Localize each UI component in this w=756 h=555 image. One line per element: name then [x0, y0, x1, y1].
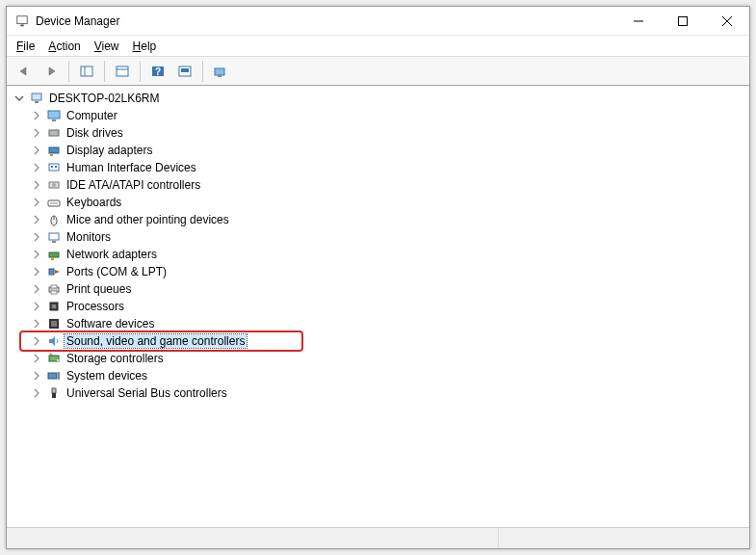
chevron-right-icon[interactable]	[30, 109, 43, 122]
tree-item-label: Universal Serial Bus controllers	[65, 386, 229, 400]
tree-item-label: Sound, video and game controllers	[65, 334, 247, 348]
tree-item-label: Print queues	[65, 282, 133, 296]
svg-rect-18	[48, 111, 60, 119]
toolbar-separator	[104, 61, 105, 82]
maximize-button[interactable]	[661, 7, 705, 35]
keyboard-icon	[46, 195, 62, 210]
svg-rect-35	[49, 252, 59, 257]
tree-item-monitor-device[interactable]: Monitors	[30, 228, 743, 246]
tree-item-label: Ports (COM & LPT)	[65, 265, 169, 278]
tree-item-display-adapter[interactable]: Display adapters	[30, 142, 743, 159]
chevron-right-icon[interactable]	[30, 369, 43, 383]
scan-hardware-button[interactable]	[173, 60, 196, 83]
forward-button[interactable]	[39, 60, 63, 83]
menu-action[interactable]: Action	[42, 38, 86, 55]
chevron-right-icon[interactable]	[30, 144, 43, 157]
tree-item-label: Human Interface Devices	[65, 161, 198, 174]
chevron-right-icon[interactable]	[30, 334, 43, 348]
app-icon	[14, 13, 30, 29]
chevron-right-icon[interactable]	[30, 248, 43, 261]
chevron-right-icon[interactable]	[30, 126, 43, 140]
back-button[interactable]	[13, 60, 36, 83]
printer-icon	[46, 281, 62, 297]
chevron-right-icon[interactable]	[30, 300, 43, 313]
tree-item-label: Mice and other pointing devices	[65, 213, 231, 226]
tree-item-label: Processors	[65, 300, 126, 313]
chevron-right-icon[interactable]	[30, 161, 43, 174]
tree-item-printer[interactable]: Print queues	[30, 280, 743, 298]
storage-icon	[46, 351, 62, 366]
chevron-right-icon[interactable]	[30, 178, 43, 192]
svg-rect-15	[218, 75, 222, 77]
tree-root[interactable]: DESKTOP-02LK6RM	[13, 90, 743, 107]
svg-rect-23	[50, 154, 53, 156]
port-icon	[46, 264, 62, 279]
tree-item-software[interactable]: Software devices	[30, 315, 743, 332]
close-button[interactable]	[705, 7, 749, 35]
tree-item-disk[interactable]: Disk drives	[30, 124, 743, 142]
svg-rect-26	[55, 166, 57, 168]
svg-rect-42	[52, 304, 56, 308]
menu-help[interactable]: Help	[127, 38, 163, 55]
window-title: Device Manager	[36, 14, 119, 28]
device-tree[interactable]: DESKTOP-02LK6RM ComputerDisk drivesDispl…	[7, 86, 749, 527]
tree-item-keyboard[interactable]: Keyboards	[30, 194, 743, 211]
sound-icon	[46, 333, 62, 349]
tree-item-usb[interactable]: Universal Serial Bus controllers	[30, 384, 743, 402]
svg-point-21	[57, 132, 59, 134]
usb-icon	[46, 385, 62, 401]
tree-item-port[interactable]: Ports (COM & LPT)	[30, 263, 743, 280]
display-adapter-icon	[46, 143, 62, 158]
svg-rect-47	[48, 373, 57, 379]
computer-icon	[29, 91, 44, 106]
tree-item-label: Keyboards	[65, 196, 123, 209]
svg-rect-50	[52, 393, 56, 398]
show-hidden-devices-button[interactable]	[209, 60, 232, 83]
tree-item-label: Software devices	[65, 317, 156, 330]
svg-rect-19	[52, 119, 56, 121]
svg-rect-6	[81, 66, 92, 76]
tree-item-hid[interactable]: Human Interface Devices	[30, 159, 743, 176]
show-hide-console-tree-button[interactable]	[75, 60, 98, 83]
properties-button[interactable]	[111, 60, 134, 83]
tree-item-mouse[interactable]: Mice and other pointing devices	[30, 211, 743, 228]
tree-item-network[interactable]: Network adapters	[30, 246, 743, 263]
svg-rect-39	[51, 285, 57, 288]
svg-rect-33	[49, 233, 59, 240]
help-button[interactable]: ?	[146, 60, 169, 83]
svg-rect-1	[20, 24, 24, 26]
svg-rect-37	[49, 269, 54, 275]
cpu-icon	[46, 299, 62, 314]
svg-rect-3	[679, 16, 688, 25]
monitor-device-icon	[46, 229, 62, 245]
svg-rect-44	[51, 321, 57, 327]
toolbar-separator	[202, 61, 203, 82]
tree-item-sound[interactable]: Sound, video and game controllers	[30, 332, 743, 350]
chevron-right-icon[interactable]	[30, 213, 43, 226]
menu-view[interactable]: View	[89, 38, 125, 55]
device-manager-window: Device Manager FileActionViewHelp	[6, 6, 750, 549]
svg-rect-17	[35, 101, 39, 103]
chevron-right-icon[interactable]	[30, 196, 43, 209]
chevron-right-icon[interactable]	[30, 386, 43, 400]
chevron-right-icon[interactable]	[30, 265, 43, 278]
tree-item-monitor[interactable]: Computer	[30, 107, 743, 124]
tree-item-cpu[interactable]: Processors	[30, 298, 743, 315]
menu-file[interactable]: File	[11, 38, 40, 55]
tree-item-storage[interactable]: Storage controllers	[30, 350, 743, 367]
chevron-right-icon[interactable]	[30, 230, 43, 244]
chevron-right-icon[interactable]	[30, 352, 43, 365]
chevron-right-icon[interactable]	[30, 317, 43, 330]
chevron-down-icon[interactable]	[13, 92, 26, 105]
tree-item-label: IDE ATA/ATAPI controllers	[65, 178, 202, 192]
svg-rect-48	[58, 372, 60, 380]
tree-item-label: Display adapters	[65, 144, 154, 157]
menubar: FileActionViewHelp	[7, 36, 749, 57]
tree-item-storage-ctrl[interactable]: IDE ATA/ATAPI controllers	[30, 176, 743, 194]
svg-rect-25	[51, 166, 53, 168]
tree-item-label: System devices	[65, 369, 149, 383]
chevron-right-icon[interactable]	[30, 282, 43, 296]
network-icon	[46, 247, 62, 262]
minimize-button[interactable]	[616, 7, 661, 35]
tree-item-system[interactable]: System devices	[30, 367, 743, 384]
